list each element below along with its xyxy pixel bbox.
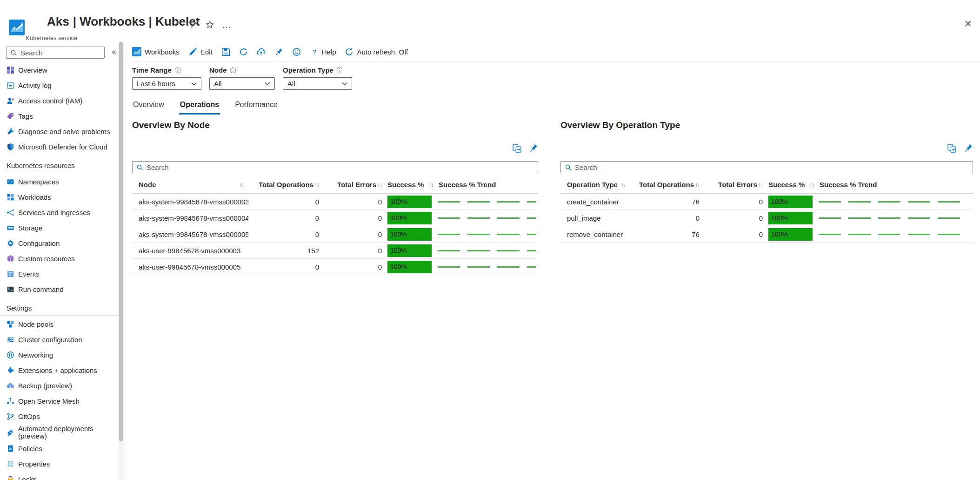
sidebar-item-label: Overview — [18, 67, 47, 74]
sidebar-item-policies[interactable]: Policies — [0, 441, 118, 456]
filter-operation-type: Operation Type All — [283, 66, 352, 90]
table-row[interactable]: remove_container 76 0 100% — [560, 226, 973, 243]
sidebar-item-workloads[interactable]: Workloads — [0, 189, 118, 205]
row-success-cell: 100% — [385, 196, 436, 208]
tab-performance[interactable]: Performance — [234, 99, 279, 115]
table-row[interactable]: aks-system-99845678-vmss000003 0 0 100% — [132, 194, 538, 210]
node-table-search-input[interactable] — [147, 163, 534, 171]
row-name: aks-system-99845678-vmss000005 — [132, 230, 248, 238]
sidebar-item-run-command[interactable]: Run command — [0, 282, 118, 297]
table-row[interactable]: aks-user-99845678-vmss000003 152 0 100% — [132, 243, 538, 259]
column-header-total-errors[interactable]: Total Errors ↑↓ — [702, 181, 766, 189]
sidebar-item-extensions-applications[interactable]: Extensions + applications — [0, 363, 118, 378]
row-total-operations: 0 — [248, 230, 322, 238]
sidebar-item-locks[interactable]: Locks — [0, 472, 118, 480]
sidebar-item-gitops[interactable]: GitOps — [0, 409, 118, 424]
node-select[interactable]: All — [209, 77, 275, 90]
success-trend-sparkline — [819, 217, 962, 219]
sidebar-item-label: Activity log — [18, 82, 52, 89]
info-icon[interactable] — [174, 67, 181, 74]
sidebar-item-events[interactable]: Events — [0, 266, 118, 282]
auto-refresh-button[interactable]: Auto refresh: Off — [345, 47, 408, 56]
sidebar-item-backup-preview[interactable]: Backup (preview) — [0, 378, 118, 393]
share-button[interactable] — [257, 47, 266, 56]
collapse-sidebar-button[interactable]: « — [112, 47, 116, 57]
sidebar-scrollbar-thumb[interactable] — [119, 42, 123, 441]
column-header-success[interactable]: Success % ↑↓ — [385, 181, 436, 189]
table-row[interactable]: create_container 76 0 100% — [560, 194, 973, 210]
pin-icon[interactable] — [528, 143, 538, 153]
sidebar-item-label: Microsoft Defender for Cloud — [18, 143, 107, 151]
success-bar: 100% — [387, 228, 432, 241]
column-header-total-operations[interactable]: Total Operations ↑↓ — [248, 181, 322, 189]
info-icon[interactable] — [336, 67, 343, 74]
sidebar-item-networking[interactable]: Networking — [0, 347, 118, 363]
pin-workbook-button[interactable] — [274, 47, 283, 56]
sidebar-item-tags[interactable]: Tags — [0, 108, 118, 124]
sidebar-item-activity-log[interactable]: Activity log — [0, 78, 118, 93]
column-header-operation-type[interactable]: Operation Type ↑↓ — [560, 181, 630, 189]
sidebar-item-microsoft-defender-for-cloud[interactable]: Microsoft Defender for Cloud — [0, 139, 118, 155]
sidebar-item-services-and-ingresses[interactable]: Services and ingresses — [0, 205, 118, 220]
sidebar-item-diagnose-and-solve-problems[interactable]: Diagnose and solve problems — [0, 124, 118, 139]
backup-icon — [7, 382, 14, 390]
favorite-star-icon[interactable] — [206, 20, 214, 29]
table-row[interactable]: pull_image 0 0 100% — [560, 210, 973, 226]
sort-icon: ↑↓ — [621, 182, 626, 188]
table-row[interactable]: aks-system-99845678-vmss000004 0 0 100% — [132, 210, 538, 226]
row-total-errors: 0 — [322, 247, 385, 255]
sidebar-item-node-pools[interactable]: Node pools — [0, 317, 118, 332]
sidebar-item-label: Policies — [18, 445, 42, 453]
help-button[interactable]: ? Help — [310, 47, 336, 56]
column-header-total-operations[interactable]: Total Operations ↑↓ — [630, 181, 702, 189]
operation-table-search-input[interactable] — [575, 163, 969, 171]
node-filter-value: All — [214, 80, 222, 88]
search-icon — [136, 164, 143, 171]
workbooks-button[interactable]: Workbooks — [132, 47, 180, 56]
sidebar-scrollbar — [118, 41, 124, 480]
more-options-button[interactable]: … — [222, 21, 232, 28]
sidebar-item-configuration[interactable]: Configuration — [0, 236, 118, 251]
sidebar-item-cluster-configuration[interactable]: Cluster configuration — [0, 332, 118, 347]
time-range-select[interactable]: Last 6 hours — [132, 77, 201, 90]
sidebar-item-access-control-iam[interactable]: Access control (IAM) — [0, 93, 118, 108]
operation-type-select[interactable]: All — [283, 77, 352, 90]
sidebar-item-custom-resources[interactable]: Custom resources — [0, 251, 118, 266]
feedback-button[interactable] — [292, 47, 301, 56]
sidebar-search-input[interactable] — [20, 49, 100, 57]
tab-overview[interactable]: Overview — [132, 99, 165, 115]
sidebar-item-automated-deployments-preview[interactable]: Automated deployments (preview) — [0, 424, 118, 441]
info-icon[interactable] — [230, 67, 236, 74]
refresh-button[interactable] — [239, 47, 248, 56]
column-header-total-errors[interactable]: Total Errors ↑↓ — [322, 181, 385, 189]
sidebar-item-namespaces[interactable]: Namespaces — [0, 174, 118, 189]
overview-by-operation-type-section: Overview By Operation Type Operation Typ… — [560, 120, 973, 243]
filter-label-text: Time Range — [132, 66, 172, 74]
close-button[interactable]: × — [964, 17, 972, 31]
pin-icon[interactable] — [963, 143, 973, 153]
networking-icon — [7, 351, 14, 359]
table-row[interactable]: aks-user-99845678-vmss000005 0 0 100% — [132, 259, 538, 275]
events-icon — [7, 270, 14, 278]
pin-icon[interactable] — [189, 20, 198, 29]
sidebar-item-storage[interactable]: Storage — [0, 220, 118, 236]
sidebar-item-overview[interactable]: Overview — [0, 62, 118, 78]
success-trend-sparkline — [438, 250, 536, 251]
row-success-cell: 100% — [385, 261, 436, 273]
export-icon[interactable] — [512, 143, 522, 153]
save-button[interactable] — [221, 47, 230, 56]
custom-resources-icon — [7, 255, 14, 263]
edit-button[interactable]: Edit — [188, 47, 213, 56]
sidebar-item-properties[interactable]: Properties — [0, 456, 118, 472]
column-header-success[interactable]: Success % ↑↓ — [766, 181, 817, 189]
row-trend-cell — [436, 201, 538, 203]
export-icon[interactable] — [947, 143, 957, 153]
row-trend-cell — [817, 217, 973, 219]
sidebar-item-open-service-mesh[interactable]: Open Service Mesh — [0, 393, 118, 409]
sidebar-item-label: Diagnose and solve problems — [18, 128, 110, 135]
table-row[interactable]: aks-system-99845678-vmss000005 0 0 100% — [132, 226, 538, 243]
tab-operations[interactable]: Operations — [179, 99, 220, 115]
operation-table: Operation Type ↑↓ Total Operations ↑↓ To… — [560, 176, 973, 243]
row-name: remove_container — [560, 230, 630, 238]
column-header-node[interactable]: Node ↑↓ — [132, 181, 248, 189]
